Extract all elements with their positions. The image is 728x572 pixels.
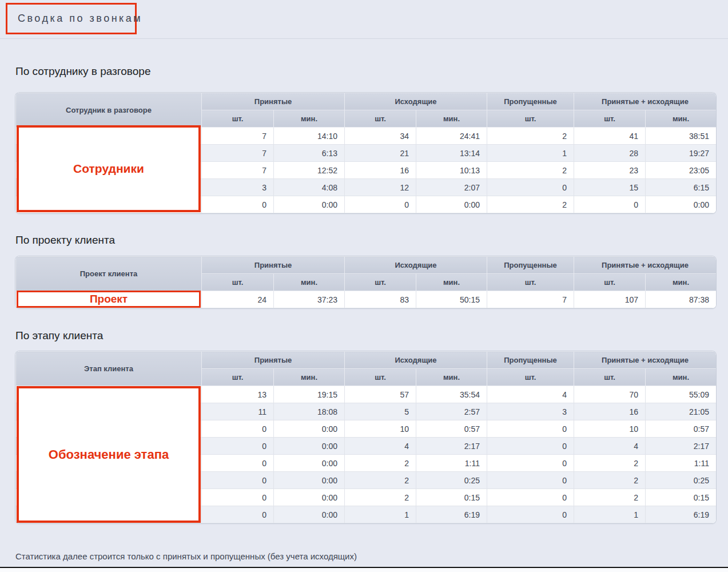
value-cell: 2 bbox=[574, 455, 646, 472]
value-cell: 19:27 bbox=[646, 145, 716, 162]
value-cell: 2:57 bbox=[416, 403, 487, 420]
column-group-missed: Пропущенные bbox=[487, 257, 574, 274]
value-cell: 6:19 bbox=[646, 506, 716, 523]
page-title: Сводка по звонкам bbox=[18, 13, 142, 25]
value-cell: 0:57 bbox=[646, 420, 716, 438]
subheader-outgoing-count: шт. bbox=[345, 274, 416, 291]
project-annotation-label: Проект bbox=[90, 293, 128, 305]
value-cell: 0:00 bbox=[274, 472, 345, 489]
column-group-total: Принятые + исходящие bbox=[574, 352, 716, 369]
value-cell: 7 bbox=[202, 145, 274, 162]
value-cell: 0:00 bbox=[274, 506, 345, 523]
employees-annotation-box: Сотрудники bbox=[17, 125, 201, 212]
subheader-accepted-count: шт. bbox=[202, 274, 274, 291]
value-cell: 83 bbox=[345, 291, 416, 308]
value-cell: 0:00 bbox=[274, 455, 345, 472]
column-group-missed: Пропущенные bbox=[487, 352, 574, 369]
value-cell: 34 bbox=[345, 128, 416, 145]
value-cell: 16 bbox=[574, 403, 646, 420]
value-cell: 21 bbox=[345, 145, 416, 162]
stage-table-header: Этап клиента Принятые Исходящие Пропущен… bbox=[16, 352, 717, 386]
value-cell: 3 bbox=[487, 403, 574, 420]
value-cell: 0:25 bbox=[646, 472, 716, 489]
value-cell: 1 bbox=[487, 145, 574, 162]
subheader-total-count: шт. bbox=[574, 110, 646, 128]
value-cell: 0:15 bbox=[416, 489, 487, 506]
footer-note: Статистика далее строится только с приня… bbox=[15, 551, 357, 561]
value-cell: 35:54 bbox=[416, 386, 487, 403]
subheader-missed-count: шт. bbox=[487, 110, 574, 128]
value-cell: 0 bbox=[487, 455, 574, 472]
project-table-header: Проект клиента Принятые Исходящие Пропущ… bbox=[16, 257, 717, 291]
subheader-outgoing-count: шт. bbox=[345, 369, 416, 386]
bottom-strip bbox=[0, 568, 728, 572]
value-cell: 12:52 bbox=[274, 162, 345, 179]
subheader-accepted-count: шт. bbox=[202, 110, 274, 128]
subheader-missed-count: шт. bbox=[487, 369, 574, 386]
value-cell: 0 bbox=[345, 196, 416, 213]
subheader-accepted-minutes: мин. bbox=[274, 110, 345, 128]
employee-table-header: Сотрудник в разговоре Принятые Исходящие… bbox=[16, 93, 717, 128]
value-cell: 0 bbox=[202, 420, 274, 438]
value-cell: 24:41 bbox=[416, 128, 487, 145]
value-cell: 0:00 bbox=[274, 438, 345, 455]
value-cell: 0:57 bbox=[416, 420, 487, 438]
value-cell: 50:15 bbox=[416, 291, 487, 308]
value-cell: 18:08 bbox=[274, 403, 345, 420]
value-cell: 21:05 bbox=[646, 403, 716, 420]
value-cell: 0 bbox=[202, 489, 274, 506]
value-cell: 7 bbox=[202, 162, 274, 179]
column-group-outgoing: Исходящие bbox=[345, 352, 487, 369]
value-cell: 87:38 bbox=[646, 291, 716, 308]
value-cell: 6:13 bbox=[274, 145, 345, 162]
value-cell: 0 bbox=[574, 196, 646, 213]
project-annotation-box: Проект bbox=[17, 291, 201, 308]
subheader-accepted-count: шт. bbox=[202, 369, 274, 386]
value-cell: 6:19 bbox=[416, 506, 487, 523]
value-cell: 1:11 bbox=[646, 455, 716, 472]
subheader-outgoing-count: шт. bbox=[345, 110, 416, 128]
subheader-outgoing-minutes: мин. bbox=[416, 110, 487, 128]
value-cell: 7 bbox=[487, 291, 574, 308]
subheader-accepted-minutes: мин. bbox=[274, 274, 345, 291]
value-cell: 55:09 bbox=[646, 386, 716, 403]
value-cell: 10:13 bbox=[416, 162, 487, 179]
column-group-outgoing: Исходящие bbox=[345, 257, 487, 274]
value-cell: 23:05 bbox=[646, 162, 716, 179]
subheader-missed-count: шт. bbox=[487, 274, 574, 291]
value-cell: 28 bbox=[574, 145, 646, 162]
subheader-total-count: шт. bbox=[574, 369, 646, 386]
value-cell: 10 bbox=[574, 420, 646, 438]
value-cell: 0 bbox=[202, 438, 274, 455]
value-cell: 12 bbox=[345, 179, 416, 196]
value-cell: 107 bbox=[574, 291, 646, 308]
value-cell: 2:07 bbox=[416, 179, 487, 196]
value-cell: 5 bbox=[345, 403, 416, 420]
value-cell: 4 bbox=[574, 438, 646, 455]
value-cell: 1 bbox=[345, 506, 416, 523]
value-cell: 2 bbox=[487, 196, 574, 213]
value-cell: 0 bbox=[487, 506, 574, 523]
value-cell: 7 bbox=[202, 128, 274, 145]
value-cell: 0:00 bbox=[646, 196, 716, 213]
value-cell: 0 bbox=[202, 455, 274, 472]
value-cell: 4 bbox=[487, 386, 574, 403]
column-header-employee: Сотрудник в разговоре bbox=[16, 93, 202, 128]
title-bar: Сводка по звонкам bbox=[0, 0, 728, 39]
column-header-stage: Этап клиента bbox=[16, 352, 202, 386]
section-heading-stage: По этапу клиента bbox=[15, 329, 103, 342]
value-cell: 2 bbox=[574, 472, 646, 489]
value-cell: 57 bbox=[345, 386, 416, 403]
value-cell: 2 bbox=[345, 472, 416, 489]
value-cell: 0 bbox=[202, 196, 274, 213]
value-cell: 13:14 bbox=[416, 145, 487, 162]
project-table-section: Проект клиента Принятые Исходящие Пропущ… bbox=[15, 256, 716, 308]
stage-annotation-label: Обозначение этапа bbox=[49, 447, 169, 462]
column-group-total: Принятые + исходящие bbox=[574, 257, 716, 274]
value-cell: 4 bbox=[345, 438, 416, 455]
call-summary-page: Сводка по звонкам По сотруднику в разгов… bbox=[0, 0, 728, 572]
value-cell: 2:17 bbox=[646, 438, 716, 455]
value-cell: 41 bbox=[574, 128, 646, 145]
value-cell: 19:15 bbox=[274, 386, 345, 403]
value-cell: 0 bbox=[202, 472, 274, 489]
